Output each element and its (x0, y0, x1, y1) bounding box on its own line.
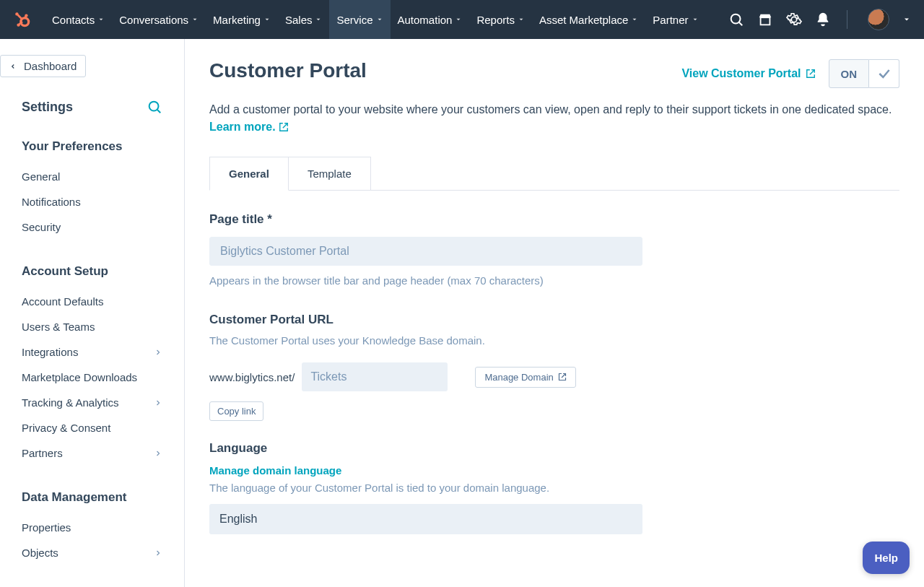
user-avatar[interactable] (868, 9, 889, 30)
url-heading: Customer Portal URL (209, 313, 899, 327)
sidebar-item-objects[interactable]: Objects (22, 540, 162, 565)
manage-domain-button[interactable]: Manage Domain (475, 367, 575, 388)
svg-line-4 (18, 15, 23, 20)
svg-line-6 (25, 17, 25, 19)
external-link-icon (558, 373, 567, 381)
language-sub: The language of your Customer Portal is … (209, 482, 899, 494)
copy-link-button[interactable]: Copy link (209, 401, 263, 421)
url-slug-input[interactable]: Tickets (302, 362, 448, 391)
sidebar-item-users-teams[interactable]: Users & Teams (22, 314, 162, 339)
account-menu-caret[interactable] (902, 15, 911, 24)
sidebar-item-tracking-analytics[interactable]: Tracking & Analytics (22, 390, 162, 415)
page-title-input[interactable]: Biglytics Customer Portal (209, 237, 642, 266)
svg-line-11 (157, 110, 161, 113)
svg-point-7 (731, 14, 741, 24)
url-sub: The Customer Portal uses your Knowledge … (209, 334, 899, 347)
back-to-dashboard[interactable]: Dashboard (0, 55, 86, 77)
top-nav: ContactsConversationsMarketingSalesServi… (0, 0, 924, 39)
chevron-down-icon (315, 16, 322, 23)
nav-divider (847, 10, 847, 29)
chevron-down-icon (97, 16, 105, 23)
chevron-down-icon (518, 16, 525, 23)
page-title-help: Appears in the browser title bar and pag… (209, 274, 899, 287)
view-customer-portal-link[interactable]: View Customer Portal (681, 67, 815, 80)
nav-asset-marketplace[interactable]: Asset Marketplace (532, 0, 645, 39)
nav-conversations[interactable]: Conversations (112, 0, 206, 39)
svg-point-10 (149, 102, 159, 111)
chevron-down-icon (692, 16, 699, 23)
chevron-down-icon (263, 16, 271, 23)
hubspot-logo[interactable] (13, 10, 32, 29)
nav-contacts[interactable]: Contacts (45, 0, 112, 39)
settings-icon[interactable] (786, 12, 802, 27)
help-button[interactable]: Help (863, 542, 910, 574)
chevron-down-icon (191, 16, 199, 23)
nav-automation[interactable]: Automation (391, 0, 470, 39)
external-link-icon (806, 69, 816, 79)
sidebar-heading: Your Preferences (22, 139, 162, 154)
chevron-down-icon (376, 16, 383, 23)
page-description: Add a customer portal to your website wh… (209, 101, 899, 136)
page-title-label: Page title * (209, 212, 899, 227)
chevron-right-icon (154, 348, 162, 357)
svg-rect-9 (761, 17, 770, 25)
chevron-down-icon (631, 16, 638, 23)
manage-domain-language-link[interactable]: Manage domain language (209, 464, 341, 477)
nav-service[interactable]: Service (329, 0, 390, 39)
toggle-on-label: ON (829, 59, 870, 88)
sidebar-item-properties[interactable]: Properties (22, 515, 162, 540)
marketplace-icon[interactable] (757, 12, 773, 27)
nav-sales[interactable]: Sales (278, 0, 330, 39)
page-title: Customer Portal (209, 59, 367, 82)
chevron-left-icon (9, 63, 17, 70)
chevron-down-icon (455, 16, 462, 23)
sidebar-item-security[interactable]: Security (22, 214, 162, 240)
toggle-check-icon (869, 59, 899, 88)
language-heading: Language (209, 441, 899, 456)
view-link-label: View Customer Portal (681, 67, 801, 80)
notifications-icon[interactable] (815, 12, 831, 27)
external-link-icon (279, 122, 289, 132)
settings-heading: Settings (22, 100, 73, 115)
main-content: Customer Portal View Customer Portal ON … (185, 39, 924, 587)
sidebar-item-account-defaults[interactable]: Account Defaults (22, 289, 162, 314)
learn-more-link[interactable]: Learn more. (209, 118, 289, 136)
tabs: GeneralTemplate (209, 156, 899, 191)
tab-general[interactable]: General (209, 157, 289, 191)
sidebar-item-integrations[interactable]: Integrations (22, 339, 162, 365)
url-prefix: www.biglytics.net/ (209, 371, 295, 383)
sidebar-item-general[interactable]: General (22, 164, 162, 189)
svg-line-8 (739, 22, 743, 26)
sidebar-item-partners[interactable]: Partners (22, 440, 162, 466)
sidebar-heading: Data Management (22, 490, 162, 505)
nav-items: ContactsConversationsMarketingSalesServi… (45, 0, 706, 39)
chevron-right-icon (154, 449, 162, 458)
language-select[interactable]: English (209, 504, 642, 534)
nav-marketing[interactable]: Marketing (206, 0, 278, 39)
settings-search-icon[interactable] (147, 99, 162, 115)
sidebar-heading: Account Setup (22, 264, 162, 279)
sidebar-item-notifications[interactable]: Notifications (22, 189, 162, 214)
chevron-right-icon (154, 399, 162, 407)
sidebar-item-marketplace-downloads[interactable]: Marketplace Downloads (22, 365, 162, 390)
settings-sidebar: Dashboard Settings Your PreferencesGener… (0, 39, 185, 587)
nav-reports[interactable]: Reports (469, 0, 532, 39)
back-label: Dashboard (24, 60, 77, 72)
chevron-right-icon (154, 549, 162, 557)
sidebar-item-privacy-consent[interactable]: Privacy & Consent (22, 415, 162, 440)
search-icon[interactable] (728, 12, 744, 27)
nav-partner[interactable]: Partner (645, 0, 705, 39)
portal-toggle[interactable]: ON (829, 59, 900, 88)
tab-template[interactable]: Template (289, 157, 371, 191)
